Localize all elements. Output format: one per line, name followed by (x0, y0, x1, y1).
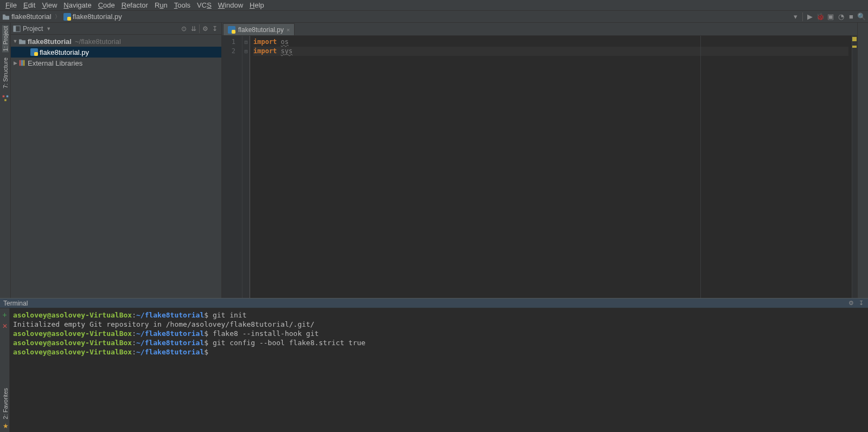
fold-icon[interactable]: ⊟ (242, 47, 250, 56)
tree-file-label: flake8tutorial.py (40, 48, 89, 56)
svg-rect-13 (232, 30, 235, 34)
profile-icon[interactable]: ◔ (837, 12, 845, 21)
menu-bar: File Edit View Navigate Code Refactor Ru… (0, 0, 868, 11)
tree-root-label: flake8tutorial (28, 37, 72, 46)
menu-vcs[interactable]: VCS (194, 1, 215, 10)
library-icon (18, 59, 26, 67)
line-number: 2 (222, 47, 235, 56)
python-file-icon (30, 48, 38, 56)
run-config-dropdown-icon[interactable]: ▾ (791, 12, 800, 21)
tree-file[interactable]: flake8tutorial.py (11, 47, 221, 58)
breadcrumb-project-label: flake8tutorial (11, 12, 52, 21)
side-tab-favorites[interactable]: 2: Favorites (2, 387, 9, 420)
navigation-bar: flake8tutorial 〉 flake8tutorial.py ▾ ▶ 🐞… (0, 11, 868, 23)
left-tool-strip: 1: Project 7: Structure (0, 23, 11, 298)
tree-external-libs[interactable]: ▶ External Libraries (11, 58, 221, 68)
fold-gutter[interactable]: ⊟ ⊟ (242, 36, 250, 298)
terminal-settings-icon[interactable]: ⚙ (847, 300, 855, 307)
editor-tab[interactable]: flake8tutorial.py × (223, 23, 295, 35)
menu-refactor[interactable]: Refactor (118, 1, 151, 10)
tree-libs-label: External Libraries (28, 59, 82, 67)
breadcrumb-file[interactable]: flake8tutorial.py (63, 12, 122, 21)
collapse-all-icon[interactable]: ⇊ (189, 24, 198, 33)
terminal-close-tab-icon[interactable]: ✕ (2, 322, 8, 330)
expand-arrow-icon[interactable]: ▶ (12, 60, 18, 66)
structure-icon[interactable] (1, 94, 10, 103)
breadcrumb-project[interactable]: flake8tutorial (2, 12, 52, 21)
svg-rect-1 (67, 17, 71, 21)
project-view-icon (13, 25, 21, 33)
menu-window[interactable]: Window (215, 1, 246, 10)
editor-body[interactable]: 1 2 ⊟ ⊟ import os import sys (222, 36, 857, 298)
menu-code[interactable]: Code (95, 1, 118, 10)
project-tree[interactable]: ▼ flake8tutorial ~/flake8tutorial flake8… (11, 35, 221, 298)
editor-area: flake8tutorial.py × 1 2 ⊟ ⊟ import os im… (222, 23, 857, 298)
chevron-right-icon: 〉 (55, 13, 60, 21)
folder-icon (18, 38, 26, 45)
svg-rect-8 (34, 52, 38, 56)
run-icon[interactable]: ▶ (806, 12, 814, 21)
settings-gear-icon[interactable]: ⚙ (201, 24, 209, 33)
project-panel-header: Project ▼ ⊙ ⇊ ⚙ ↧ (11, 23, 221, 35)
svg-rect-6 (14, 26, 16, 31)
debug-icon[interactable]: 🐞 (816, 12, 825, 21)
error-stripe[interactable] (852, 36, 857, 298)
terminal-new-tab-icon[interactable]: + (2, 310, 7, 319)
svg-rect-10 (21, 60, 23, 66)
svg-rect-2 (2, 96, 4, 98)
svg-rect-11 (23, 60, 25, 66)
svg-rect-3 (6, 96, 8, 98)
bottom-left-tool-strip: 2: Favorites ★ (0, 387, 11, 430)
svg-rect-9 (20, 60, 21, 66)
code-text-area[interactable]: import os import sys (250, 36, 852, 298)
menu-view[interactable]: View (39, 1, 60, 10)
terminal-content[interactable]: asolovey@asolovey-VirtualBox:~/flake8tut… (10, 308, 868, 432)
search-everywhere-icon[interactable]: 🔍 (857, 12, 866, 21)
right-margin-guide (700, 36, 701, 298)
tab-close-icon[interactable]: × (286, 27, 290, 33)
code-line: import sys (253, 47, 848, 56)
svg-rect-4 (4, 99, 7, 101)
breadcrumb: flake8tutorial 〉 flake8tutorial.py (2, 12, 122, 21)
side-tab-project[interactable]: 1: Project (2, 25, 9, 52)
right-tool-strip (857, 23, 868, 298)
expand-arrow-icon[interactable]: ▼ (12, 39, 18, 44)
menu-edit[interactable]: Edit (20, 1, 39, 10)
python-file-icon (228, 26, 235, 34)
line-number-gutter: 1 2 (222, 36, 242, 298)
python-file-icon (63, 13, 71, 21)
side-tab-structure[interactable]: 7: Structure (2, 56, 9, 90)
project-view-dropdown-icon[interactable]: ▼ (46, 26, 51, 31)
folder-icon (2, 14, 10, 20)
menu-navigate[interactable]: Navigate (60, 1, 94, 10)
code-line: import os (253, 37, 848, 47)
favorite-star-icon[interactable]: ★ (3, 422, 9, 430)
menu-tools[interactable]: Tools (171, 1, 194, 10)
terminal-header[interactable]: Terminal ⚙ ↧ (0, 298, 868, 308)
editor-tab-label: flake8tutorial.py (238, 26, 284, 34)
project-panel-title: Project (23, 25, 43, 33)
terminal-title: Terminal (3, 300, 28, 307)
warning-mark-icon[interactable] (852, 46, 857, 48)
hide-icon[interactable]: ↧ (210, 24, 219, 33)
locate-icon[interactable]: ⊙ (180, 24, 188, 33)
menu-file[interactable]: File (2, 1, 20, 10)
menu-run[interactable]: Run (151, 1, 171, 10)
stop-icon[interactable]: ■ (847, 12, 856, 21)
tree-root-path: ~/flake8tutorial (75, 37, 121, 46)
fold-icon[interactable]: ⊟ (242, 37, 250, 47)
editor-tabs: flake8tutorial.py × (222, 23, 857, 36)
project-tool-window: Project ▼ ⊙ ⇊ ⚙ ↧ ▼ flake8tutorial ~/fla… (11, 23, 222, 298)
toolbar-right: ▾ ▶ 🐞 ▣ ◔ ■ 🔍 (791, 12, 866, 21)
tree-root[interactable]: ▼ flake8tutorial ~/flake8tutorial (11, 36, 221, 47)
menu-help[interactable]: Help (246, 1, 267, 10)
line-number: 1 (222, 37, 235, 47)
terminal-hide-icon[interactable]: ↧ (857, 300, 865, 307)
inspection-indicator-icon[interactable] (852, 37, 857, 41)
breadcrumb-file-label: flake8tutorial.py (73, 12, 122, 21)
coverage-icon[interactable]: ▣ (826, 12, 835, 21)
terminal-panel: Terminal ⚙ ↧ + ✕ asolovey@asolovey-Virtu… (0, 298, 868, 432)
